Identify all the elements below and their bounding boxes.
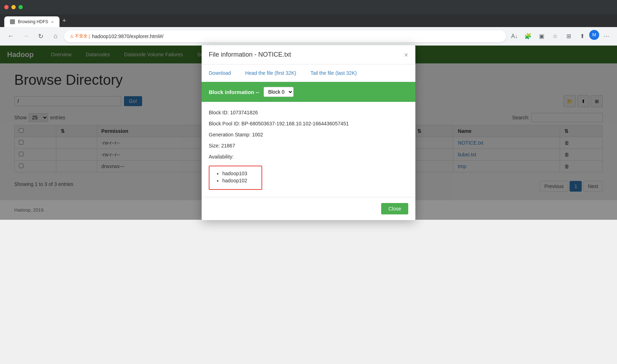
availability-node-0: hadoop103 xyxy=(222,171,256,176)
modal-links: Download Head the file (first 32K) Tail … xyxy=(202,64,415,82)
sidebar-btn[interactable]: ⊞ xyxy=(562,30,575,43)
warning-icon: ⚠ xyxy=(70,34,74,39)
content-area: Hadoop Overview Datanodes Datanode Volum… xyxy=(0,46,617,220)
block-section-label: Block information -- xyxy=(209,89,259,95)
block-id: Block ID: 1073741826 xyxy=(209,109,408,116)
block-info-header: Block information -- Block 0 xyxy=(202,82,415,102)
menu-btn[interactable]: ⋯ xyxy=(600,30,613,43)
home-btn[interactable]: ⌂ xyxy=(49,30,62,43)
modal-title: File information - NOTICE.txt xyxy=(209,51,291,58)
refresh-btn[interactable]: ↻ xyxy=(34,30,47,43)
head-file-link[interactable]: Head the file (first 32K) xyxy=(245,70,296,76)
modal-header: File information - NOTICE.txt × xyxy=(202,45,415,64)
reader-mode-btn[interactable]: A↓ xyxy=(508,30,521,43)
window-min-btn[interactable] xyxy=(11,5,16,9)
extensions-btn[interactable]: 🧩 xyxy=(522,30,534,43)
modal-overlay: File information - NOTICE.txt × Download… xyxy=(0,46,617,220)
forward-btn[interactable]: → xyxy=(19,30,32,43)
file-info-modal: File information - NOTICE.txt × Download… xyxy=(202,45,415,220)
generation-stamp: Generation Stamp: 1002 xyxy=(209,131,408,139)
availability-node-1: hadoop102 xyxy=(222,178,256,183)
warning-text: 不安全 xyxy=(75,33,88,39)
modal-close-btn[interactable]: × xyxy=(404,51,408,58)
address-bar[interactable]: ⚠ 不安全 | hadoop102:9870/explorer.html#/ xyxy=(64,30,506,42)
security-warning: ⚠ 不安全 | xyxy=(70,33,90,39)
share-btn[interactable]: ⬆ xyxy=(576,30,589,43)
tab-title: Browsing HDFS xyxy=(18,19,48,24)
collections-btn[interactable]: ▣ xyxy=(535,30,548,43)
modal-close-button[interactable]: Close xyxy=(381,203,408,214)
separator: | xyxy=(89,34,90,39)
tail-file-link[interactable]: Tail the file (last 32K) xyxy=(310,70,357,76)
tab-favicon xyxy=(10,19,15,24)
favorites-btn[interactable]: ☆ xyxy=(549,30,561,43)
block-select[interactable]: Block 0 xyxy=(264,87,294,97)
toolbar-right: A↓ 🧩 ▣ ☆ ⊞ ⬆ M ⋯ xyxy=(508,30,613,43)
url-text: hadoop102:9870/explorer.html#/ xyxy=(92,33,164,39)
browser-chrome-top xyxy=(0,0,617,14)
modal-footer: Close xyxy=(202,197,415,220)
browser-tab[interactable]: Browsing HDFS × xyxy=(4,16,59,27)
download-link[interactable]: Download xyxy=(209,70,231,76)
omnibar: ← → ↻ ⌂ ⚠ 不安全 | hadoop102:9870/explorer.… xyxy=(0,27,617,46)
window-max-btn[interactable] xyxy=(19,5,23,9)
availability-box: hadoop103 hadoop102 xyxy=(209,166,262,190)
availability-label: Availability: xyxy=(209,153,408,161)
tab-close-btn[interactable]: × xyxy=(51,19,54,25)
window-close-btn[interactable] xyxy=(4,5,9,9)
block-info-body: Block ID: 1073741826 Block Pool ID: BP-6… xyxy=(202,102,415,197)
block-size: Size: 21867 xyxy=(209,142,408,150)
back-btn[interactable]: ← xyxy=(4,30,17,43)
profile-avatar[interactable]: M xyxy=(589,30,599,40)
tab-strip: Browsing HDFS × + xyxy=(0,14,617,27)
new-tab-btn[interactable]: + xyxy=(59,17,69,25)
block-pool-id: Block Pool ID: BP-680503637-192.168.10.1… xyxy=(209,120,408,128)
